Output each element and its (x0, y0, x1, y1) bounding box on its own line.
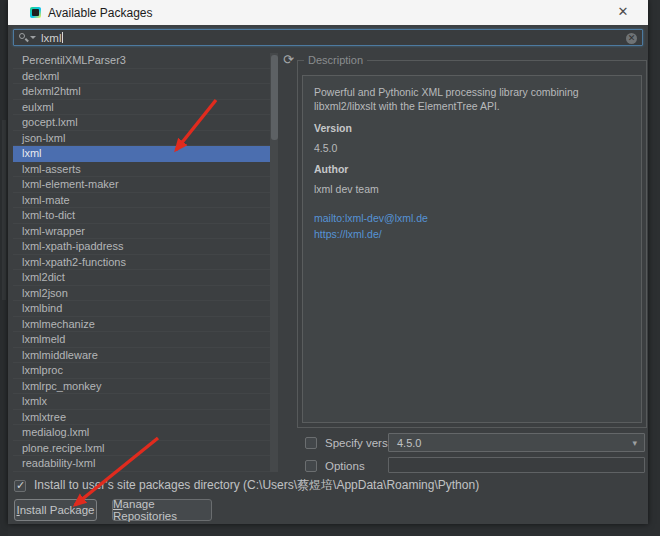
description-links: mailto:lxml-dev@lxml.dehttps://lxml.de/ (314, 211, 630, 241)
background-app-strip (0, 0, 8, 536)
author-heading: Author (314, 163, 630, 175)
install-location-label: Install to user's site packages director… (34, 477, 479, 494)
options-input[interactable] (388, 457, 645, 473)
install-package-button-label: Install Package (17, 504, 95, 516)
author-value: lxml dev team (314, 183, 630, 195)
close-icon[interactable]: ✕ (614, 3, 632, 21)
version-value: 4.5.0 (314, 142, 630, 154)
list-item[interactable]: lxmlrpc_monkey (13, 379, 277, 395)
specify-version-row: Specify version 4.5.0 ▾ (305, 433, 647, 452)
dialog-title: Available Packages (48, 6, 153, 20)
list-item[interactable]: lxml-xpath-ipaddress (13, 239, 277, 255)
list-item[interactable]: medialog.lxml (13, 425, 277, 441)
description-link[interactable]: https://lxml.de/ (314, 227, 630, 242)
list-item[interactable]: lxmlmiddleware (13, 348, 277, 364)
list-item[interactable]: lxmlxtree (13, 410, 277, 426)
screen: Available Packages ✕ lxml ✕ PercentilXML… (0, 0, 660, 536)
list-item[interactable]: lxmlx (13, 394, 277, 410)
list-item[interactable]: lxmlmechanize (13, 317, 277, 333)
list-item[interactable]: eulxml (13, 100, 277, 116)
text-cursor (62, 32, 63, 43)
clear-search-icon[interactable]: ✕ (626, 33, 637, 44)
dialog-titlebar: Available Packages ✕ (8, 0, 648, 25)
description-section-label: Description (304, 54, 367, 66)
install-location-row: Install to user's site packages director… (14, 477, 479, 494)
list-item[interactable]: PercentilXMLParser3 (13, 53, 277, 69)
list-item[interactable]: lxmlbind (13, 301, 277, 317)
list-item[interactable]: lxml-mate (13, 193, 277, 209)
reload-icon[interactable]: ⟳ (281, 52, 296, 67)
available-packages-dialog: Available Packages ✕ lxml ✕ PercentilXML… (8, 0, 648, 524)
list-item[interactable]: json-lxml (13, 131, 277, 147)
options-label: Options (325, 460, 365, 472)
description-link[interactable]: mailto:lxml-dev@lxml.de (314, 211, 630, 226)
list-item[interactable]: lxml-xpath2-functions (13, 255, 277, 271)
list-item[interactable]: lxml (13, 146, 277, 162)
install-location-checkbox[interactable] (14, 480, 26, 492)
version-dropdown-value: 4.5.0 (397, 437, 632, 449)
list-item[interactable]: lxmlmeld (13, 332, 277, 348)
list-item[interactable]: lxml-element-maker (13, 177, 277, 193)
list-item[interactable]: declxml (13, 69, 277, 85)
search-value: lxml (41, 32, 61, 44)
list-item[interactable]: plone.recipe.lxml (13, 441, 277, 457)
list-item[interactable]: lxml2dict (13, 270, 277, 286)
specify-version-checkbox[interactable] (305, 437, 317, 449)
search-input[interactable]: lxml ✕ (13, 29, 643, 46)
list-item[interactable]: lxml-asserts (13, 162, 277, 178)
version-dropdown[interactable]: 4.5.0 ▾ (388, 433, 645, 452)
install-package-button[interactable]: Install Package (14, 499, 97, 521)
chevron-down-icon: ▾ (632, 438, 637, 448)
list-item[interactable]: readability-lxml (13, 456, 277, 472)
list-item[interactable]: lxml-wrapper (13, 224, 277, 240)
list-scrollbar-track[interactable] (270, 53, 278, 472)
list-item[interactable]: lxml2json (13, 286, 277, 302)
package-summary: Powerful and Pythonic XML processing lib… (314, 85, 630, 113)
list-item[interactable]: gocept.lxml (13, 115, 277, 131)
options-checkbox[interactable] (305, 460, 317, 472)
description-section: Description Powerful and Pythonic XML pr… (297, 60, 647, 428)
manage-repositories-button[interactable]: Manage Repositories (112, 499, 212, 521)
list-scrollbar-thumb[interactable] (271, 55, 278, 140)
list-item[interactable]: delxml2html (13, 84, 277, 100)
search-options-caret-icon[interactable] (30, 36, 36, 39)
package-list: PercentilXMLParser3declxmldelxml2htmleul… (13, 53, 277, 473)
description-content: Powerful and Pythonic XML processing lib… (302, 75, 642, 423)
version-heading: Version (314, 122, 630, 134)
search-icon (19, 33, 28, 42)
manage-repositories-button-label: Manage Repositories (113, 498, 211, 522)
list-item[interactable]: lxml-to-dict (13, 208, 277, 224)
options-row: Options (305, 457, 647, 474)
list-item[interactable]: lxmlproc (13, 363, 277, 379)
pycharm-icon (30, 7, 41, 18)
